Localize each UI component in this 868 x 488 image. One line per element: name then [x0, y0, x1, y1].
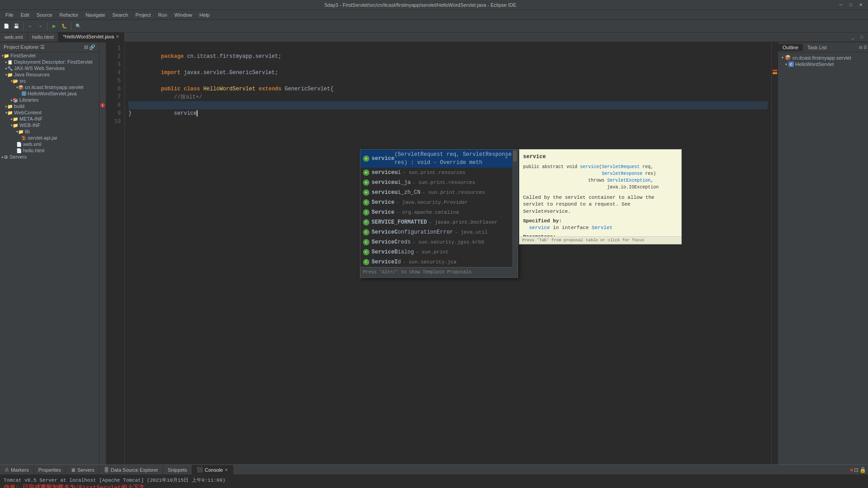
toolbar-debug[interactable]: 🐛	[60, 22, 69, 31]
tab-markers-label: Markers	[11, 467, 29, 473]
outline-action-2[interactable]: ☰	[863, 45, 867, 50]
tab-servers-label: Servers	[77, 467, 94, 473]
close-button[interactable]: ✕	[857, 1, 864, 9]
tree-item-java-resources[interactable]: ▾ 📁 Java Resources	[0, 71, 99, 78]
java-resources-icon: 📁	[7, 72, 13, 77]
tree-item-jax[interactable]: ▸ 🔧 JAX-WS Web Services	[0, 65, 99, 71]
tab-data-source[interactable]: 🗄 Data Source Explorer	[99, 465, 163, 474]
tab-hello-html[interactable]: hello.html	[28, 33, 58, 42]
ac-icon-6: f	[363, 219, 369, 225]
menu-refactor[interactable]: Refactor	[56, 11, 82, 19]
menu-window[interactable]: Window	[171, 11, 196, 19]
tree-item-build[interactable]: ▸ 📁 build	[0, 103, 99, 109]
stop-console-button[interactable]: ■	[850, 467, 853, 473]
code-content[interactable]: package cn.itcast.firstmyapp.servlet; im…	[125, 42, 771, 465]
menu-file[interactable]: File	[2, 11, 17, 19]
ac-item-7[interactable]: C ServiceConfigurationError- java.util	[360, 227, 518, 237]
menu-help[interactable]: Help	[196, 11, 213, 19]
tab-hellowordservlet[interactable]: *HelloWordServlet.java ✕	[58, 33, 124, 42]
tree-label-meta-inf: META-INF	[19, 116, 42, 122]
title-controls: ─ □ ✕	[837, 1, 864, 9]
servlet-link[interactable]: Servlet	[592, 225, 613, 230]
ac-item-5[interactable]: I Service- org.apache.catalina	[360, 207, 518, 217]
jax-icon: 🔧	[7, 66, 13, 71]
code-line-8: service	[128, 101, 768, 109]
outline-item-class[interactable]: ▾ C HelloWordServlet	[780, 61, 866, 67]
tree-item-package[interactable]: ▾ 📦 cn.itcast.firstmyapp.servlet	[0, 84, 99, 90]
code-line-5: public class HelloWordServlet extends Ge…	[128, 77, 768, 85]
tree-item-lib[interactable]: ▾ 📁 lib	[0, 128, 99, 135]
tree-item-web-xml[interactable]: 📄 web.xml	[0, 141, 99, 147]
line-num-2: 2	[106, 52, 121, 61]
tree-label-web-xml: web.xml	[23, 141, 41, 147]
maximize-button[interactable]: □	[847, 1, 854, 9]
tree-item-servlet-jar[interactable]: 🗜 servlet-api.jar	[0, 135, 99, 141]
tab-servers[interactable]: 🖥 Servers	[66, 465, 99, 474]
tree-item-meta-inf[interactable]: ▸ 📁 META-INF	[0, 116, 99, 122]
tab-markers[interactable]: ⚠ Markers	[0, 465, 34, 474]
tree-item-libraries[interactable]: ▸ 📚 Libraries	[0, 97, 99, 103]
menu-source[interactable]: Source	[33, 11, 56, 19]
tree-item-firstservlet[interactable]: ▾ 📁 FirstServlet	[0, 52, 99, 59]
tab-outline[interactable]: Outline	[778, 44, 803, 51]
autocomplete-dropdown[interactable]: m service(ServletRequest req, ServletRes…	[360, 149, 518, 278]
menu-navigate[interactable]: Navigate	[82, 11, 108, 19]
clear-console-button[interactable]: ⊡	[854, 467, 859, 473]
tree-item-hello-html[interactable]: 📄 hello.html	[0, 147, 99, 154]
maximize-editor[interactable]: □	[857, 33, 866, 42]
service-link-1[interactable]: service	[580, 164, 599, 169]
toolbar-save[interactable]: 💾	[12, 22, 21, 31]
toolbar-search[interactable]: 🔍	[74, 22, 83, 31]
menu-search[interactable]: Search	[109, 11, 132, 19]
tab-console[interactable]: ⬛ Console ✕	[192, 465, 233, 474]
tree-label-src: src	[19, 78, 26, 84]
code-editor[interactable]: ! 1 2 3 4 5 6 7 8 9 10 package cn.it	[99, 42, 778, 465]
ac-item-6[interactable]: f SERVICE_FORMATTED- javax.print.DocFlav…	[360, 217, 518, 227]
tree-item-webcontent[interactable]: ▾ 📁 WebContent	[0, 109, 99, 116]
editor-controls: _ □	[846, 33, 868, 42]
tab-hellowordservlet-close[interactable]: ✕	[116, 34, 119, 39]
console-close[interactable]: ✕	[225, 468, 228, 472]
servletresponse-link[interactable]: ServletResponse	[602, 171, 642, 176]
tab-snippets[interactable]: Snippets	[163, 465, 192, 474]
link-editor-icon[interactable]: 🔗	[89, 44, 95, 50]
tab-properties[interactable]: Properties	[34, 465, 66, 474]
line-num-10: 10	[106, 117, 121, 126]
outline-action-1[interactable]: ⊟	[859, 45, 863, 50]
minimize-editor[interactable]: _	[848, 33, 857, 42]
menu-project[interactable]: Project	[132, 11, 154, 19]
servletexception-link[interactable]: ServletException	[607, 178, 651, 183]
ac-item-9[interactable]: C ServiceDialog- sun.print	[360, 247, 518, 257]
scroll-lock-button[interactable]: 🔒	[859, 467, 866, 473]
menu-edit[interactable]: Edit	[17, 11, 33, 19]
ac-scrollbar[interactable]	[512, 150, 518, 269]
tab-web-xml[interactable]: web.xml	[0, 33, 28, 42]
ac-item-0[interactable]: m service(ServletRequest req, ServletRes…	[360, 150, 518, 168]
toolbar-run[interactable]: ▶	[50, 22, 59, 31]
console-content: Tomcat v8.5 Server at localhost [Apache …	[0, 475, 868, 488]
toolbar-new[interactable]: 📄	[2, 22, 11, 31]
service-specified-link[interactable]: service	[529, 225, 550, 230]
collapse-all-icon[interactable]: ⊟	[84, 44, 88, 50]
menu-run[interactable]: Run	[155, 11, 171, 19]
ac-item-4[interactable]: C Service- java.security.Provider	[360, 197, 518, 207]
tree-item-hellowordservlet[interactable]: HelloWordServlet.java	[0, 90, 99, 97]
tab-task-list[interactable]: Task List	[803, 44, 831, 51]
ac-item-1[interactable]: m serviceui- sun.print.resources	[360, 168, 518, 178]
tree-item-deployment[interactable]: ▸ 📋 Deployment Descriptor: FirstServlet	[0, 59, 99, 65]
toolbar-forward[interactable]: →	[36, 22, 45, 31]
ac-item-8[interactable]: C ServiceCreds- sun.security.jgss.krb5	[360, 237, 518, 247]
toolbar-back[interactable]: ←	[26, 22, 35, 31]
ac-icon-5: I	[363, 209, 369, 216]
outline-item-package[interactable]: ▾ 📦 cn.itcast.firstmyapp.servlet	[780, 54, 866, 61]
toolbar-separator-2	[47, 22, 47, 30]
ac-item-10[interactable]: C ServiceId- sun.security.jca	[360, 257, 518, 267]
tree-item-src[interactable]: ▾ 📂 src	[0, 78, 99, 84]
minimize-button[interactable]: ─	[837, 1, 844, 9]
servletrequest-link[interactable]: ServletRequest	[602, 164, 640, 169]
tree-item-servers[interactable]: ▸ 🖥 Servers	[0, 154, 99, 160]
ac-item-2[interactable]: m serviceui_ja- sun.print.resources	[360, 178, 518, 188]
tree-item-web-inf[interactable]: ▾ 📁 WEB-INF	[0, 122, 99, 128]
ac-item-3[interactable]: m serviceui_zh_CN- sun.print.resources	[360, 188, 518, 197]
console-actions: ■ ⊡ 🔒	[848, 465, 868, 474]
